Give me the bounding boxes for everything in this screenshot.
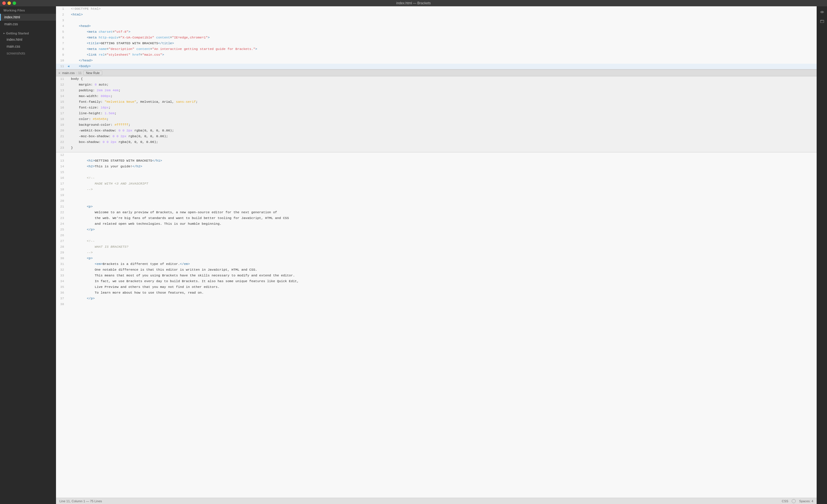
inline-editor: × main.css : 11 New Rule 11 body { 12 ma… <box>56 69 817 152</box>
css-line-13: 13 padding: 2em 2em 4em; <box>56 88 817 94</box>
bottom-line-23: 23 the web. We're big fans of standards … <box>56 215 817 221</box>
titlebar: index.html — Brackets <box>0 0 827 6</box>
chevron-icon: ▸ <box>3 32 5 35</box>
bottom-line-30: 30 <p> <box>56 256 817 261</box>
bottom-line-12: 12 <box>56 152 817 158</box>
sidebar: Working Files index.html main.css ▸ Gett… <box>0 6 56 504</box>
status-spaces: Spaces: 4 <box>799 499 813 503</box>
code-line-4: 4 <head> <box>56 23 817 29</box>
bottom-line-18: 18 --> <box>56 187 817 193</box>
css-line-20: 20 -webkit-box-shadow: 0 0 2px rgba(0, 0… <box>56 128 817 134</box>
bottom-line-33: 33 This means that most of you using Bra… <box>56 273 817 279</box>
right-panel <box>817 6 827 504</box>
css-line-21: 21 -moz-box-shadow: 0 0 2px rgba(0, 0, 0… <box>56 134 817 140</box>
maximize-button[interactable] <box>13 1 16 5</box>
code-line-5: 5 <meta charset="utf-8"> <box>56 29 817 35</box>
bottom-line-27: 27 <!-- <box>56 239 817 244</box>
bottom-line-14: 14 <h2>This is your guide!</h2> <box>56 164 817 170</box>
bottom-line-19: 19 <box>56 193 817 198</box>
close-button[interactable] <box>2 1 6 5</box>
code-line-3: 3 <box>56 18 817 23</box>
code-line-2: 2 <html> <box>56 12 817 18</box>
bottom-line-34: 34 In fact, we use Brackets every day to… <box>56 279 817 285</box>
bottom-line-20: 20 <box>56 198 817 204</box>
bottom-line-17: 17 MADE WITH <3 AND JAVASCRIPT <box>56 181 817 187</box>
sidebar-item-main-css[interactable]: main.css <box>0 21 56 28</box>
working-files-label: Working Files <box>0 6 56 14</box>
inline-editor-header: × main.css : 11 New Rule <box>56 70 817 77</box>
main-editor[interactable]: 1 <!DOCTYPE html> 2 <html> 3 4 <head> 5 <box>56 6 817 69</box>
bottom-line-13: 13 <h1>GETTING STARTED WITH BRACKETS</h1… <box>56 158 817 164</box>
bottom-line-38: 38 <box>56 302 817 307</box>
code-line-6: 6 <meta http-equiv="X-UA-Compatible" con… <box>56 35 817 41</box>
bottom-line-37: 37 </p> <box>56 296 817 302</box>
css-line-15: 15 font-family: "Helvetica Neue", Helvet… <box>56 99 817 105</box>
bottom-line-22: 22 Welcome to an early preview of Bracke… <box>56 210 817 215</box>
sidebar-item-index-html[interactable]: index.html <box>0 14 56 21</box>
statusbar: Line 11, Column 1 — 75 Lines CSS Spaces:… <box>56 498 817 504</box>
bottom-line-28: 28 WHAT IS BRACKETS? <box>56 244 817 250</box>
code-line-11: 11 ◀ <body> <box>56 64 817 69</box>
code-line-9: 9 <link rel="stylesheet" href="main.css"… <box>56 52 817 58</box>
status-filetype: CSS <box>782 499 788 503</box>
css-line-16: 16 font-size: 16px; <box>56 105 817 111</box>
inline-lineno: : 11 <box>77 71 82 74</box>
line-indicator-icon: ◀ <box>67 64 70 69</box>
code-line-8: 8 <meta name="description" content="An i… <box>56 47 817 52</box>
bottom-line-16: 16 <!-- <box>56 175 817 181</box>
window-title: index.html — Brackets <box>396 1 431 5</box>
status-position: Line 11, Column 1 — 75 Lines <box>59 499 102 503</box>
new-rule-button[interactable]: New Rule <box>83 70 102 75</box>
css-line-14: 14 max-width: 800px; <box>56 94 817 99</box>
bottom-line-15: 15 <box>56 170 817 175</box>
bottom-line-26: 26 <box>56 233 817 239</box>
code-line-7: 7 <title>GETTING STARTED WITH BRACKETS</… <box>56 41 817 47</box>
bottom-line-31: 31 <em>Brackets is a different type of e… <box>56 261 817 267</box>
editor-area: 1 <!DOCTYPE html> 2 <html> 3 4 <head> 5 <box>56 6 817 504</box>
window-controls <box>2 1 16 5</box>
bottom-line-21: 21 <p> <box>56 204 817 210</box>
css-line-22: 22 box-shadow: 0 0 2px rgba(0, 0, 0, 0.0… <box>56 140 817 145</box>
getting-started-group[interactable]: ▸ Getting Started <box>0 28 56 36</box>
svg-point-0 <box>822 11 823 13</box>
css-line-18: 18 color: #545454; <box>56 116 817 122</box>
css-line-17: 17 line-height: 1.5em; <box>56 111 817 116</box>
sidebar-tree-index-html[interactable]: index.html <box>0 36 56 43</box>
code-line-1: 1 <!DOCTYPE html> <box>56 6 817 12</box>
status-circle-icon <box>792 499 796 503</box>
inline-code-editor[interactable]: 11 body { 12 margin: 0 auto; 13 padding:… <box>56 77 817 152</box>
file-manager-icon[interactable] <box>819 18 826 25</box>
inline-close-button[interactable]: × <box>58 71 61 75</box>
bottom-line-29: 29 --> <box>56 250 817 256</box>
css-line-23: 23 } <box>56 145 817 151</box>
live-preview-icon[interactable] <box>819 9 826 15</box>
css-line-12: 12 margin: 0 auto; <box>56 82 817 88</box>
css-line-19: 19 background-color: #ffffff; <box>56 122 817 128</box>
statusbar-right: CSS Spaces: 4 <box>782 499 813 503</box>
bottom-line-36: 36 To learn more about how to use those … <box>56 290 817 296</box>
inline-filename: main.css <box>62 71 75 74</box>
bottom-line-35: 35 Live Preview and others that you may … <box>56 285 817 290</box>
sidebar-tree-screenshots[interactable]: screenshots <box>0 50 56 57</box>
bottom-line-25: 25 </p> <box>56 227 817 233</box>
bottom-line-32: 32 One notable difference is that this e… <box>56 267 817 273</box>
code-line-10: 10 </head> <box>56 58 817 64</box>
minimize-button[interactable] <box>7 1 11 5</box>
css-line-11: 11 body { <box>56 77 817 82</box>
bottom-line-24: 24 and related open web technologies. Th… <box>56 221 817 227</box>
sidebar-tree-main-css[interactable]: main.css <box>0 43 56 50</box>
bottom-editor[interactable]: 12 13 <h1>GETTING STARTED WITH BRACKETS<… <box>56 152 817 498</box>
